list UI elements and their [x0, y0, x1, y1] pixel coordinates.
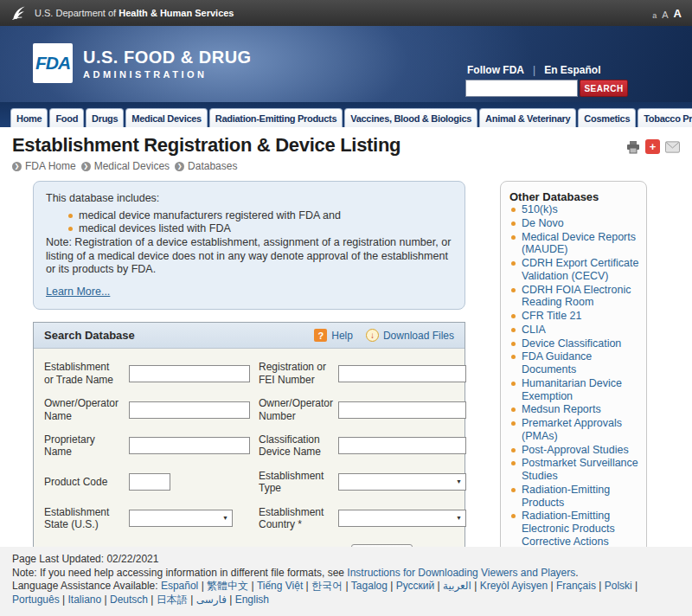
sidebar-item-cecv[interactable]: CDRH Export Certificate Validation (CECV… [509, 257, 639, 283]
chevron-circle-icon [175, 162, 184, 171]
language-link-chinese[interactable]: 繁體中文 [198, 580, 248, 592]
language-link-italian[interactable]: Italiano [60, 594, 102, 606]
establishment-state-select[interactable] [129, 510, 233, 527]
language-link-korean[interactable]: 한국어 [303, 580, 343, 592]
breadcrumb-fda-home[interactable]: FDA Home [12, 160, 76, 172]
fda-logo[interactable]: FDA U.S. FOOD & DRUG ADMINISTRATION [33, 43, 252, 83]
classification-device-name-input[interactable] [338, 437, 466, 454]
sidebar-item-radiation-emitting-products[interactable]: Radiation-Emitting Products [509, 484, 639, 510]
site-search-input[interactable] [465, 80, 578, 97]
owner-operator-name-input[interactable] [129, 401, 250, 419]
language-link-polish[interactable]: Polski [596, 580, 632, 592]
database-info-box: This database includes: medical device m… [33, 181, 465, 310]
sidebar-item-post-approval-studies[interactable]: Post-Approval Studies [509, 444, 639, 457]
download-icon[interactable] [366, 329, 379, 342]
nav-tab-home[interactable]: Home [10, 108, 48, 127]
fda-brand-text: U.S. FOOD & DRUG ADMINISTRATION [83, 48, 252, 80]
info-bullet-item: medical device manufacturers registered … [68, 209, 452, 223]
language-assistance: Language Assistance Available: Español繁體… [12, 580, 680, 607]
sidebar-item-pmas[interactable]: Premarket Approvals (PMAs) [509, 417, 639, 443]
learn-more-link[interactable]: Learn More... [46, 286, 110, 299]
language-link-tagalog[interactable]: Tagalog [343, 580, 388, 592]
nav-tab-animal-veterinary[interactable]: Animal & Veterinary [479, 108, 576, 127]
sidebar-item-guidance-documents[interactable]: FDA Guidance Documents [509, 350, 639, 376]
help-icon[interactable] [314, 329, 327, 342]
language-link-russian[interactable]: Русский [388, 580, 434, 592]
product-code-label: Product Code [44, 476, 120, 488]
site-search-button[interactable]: SEARCH [580, 80, 628, 97]
share-icon[interactable]: + [645, 139, 660, 154]
info-bullet-list: medical device manufacturers registered … [68, 209, 452, 236]
link-separator: | [533, 64, 535, 76]
language-link-english[interactable]: English [227, 594, 269, 606]
language-link-espanol[interactable]: Español [161, 580, 198, 592]
en-espanol-link[interactable]: En Español [544, 64, 600, 76]
establishment-state-label: Establishment State (U.S.) [44, 506, 120, 531]
proprietary-name-input[interactable] [129, 437, 250, 454]
other-databases-list: 510(k)s De Novo Medical Device Reports (… [509, 203, 639, 547]
other-databases-title: Other Databases [509, 190, 639, 203]
language-link-kreyol[interactable]: Kreyòl Ayisyen [471, 580, 548, 592]
hhs-department-label: U.S. Department of Health & Human Servic… [35, 8, 234, 18]
main-content: Establishment Registration & Device List… [0, 127, 692, 547]
nav-tab-radiation-emitting-products[interactable]: Radiation-Emitting Products [209, 108, 343, 127]
language-link-japanese[interactable]: 日本語 [148, 594, 188, 606]
font-size-small-button[interactable]: a [652, 11, 657, 20]
sidebar-item-maude[interactable]: Medical Device Reports (MAUDE) [509, 231, 639, 257]
font-size-large-button[interactable]: A [674, 7, 682, 20]
nav-tab-vaccines-blood-biologics[interactable]: Vaccines, Blood & Biologics [344, 108, 477, 127]
nav-tab-tobacco-products[interactable]: Tobacco Products [638, 108, 692, 127]
product-code-input[interactable] [129, 473, 170, 491]
language-link-farsi[interactable]: فارسی [188, 594, 227, 606]
page-action-icons: + [625, 134, 680, 154]
font-size-controls: a A A [652, 7, 682, 20]
owner-operator-number-input[interactable] [338, 401, 466, 419]
language-link-arabic[interactable]: العربية [434, 580, 471, 592]
sidebar-item-clia[interactable]: CLIA [509, 324, 639, 337]
registration-number-input[interactable] [338, 365, 466, 382]
sidebar-item-510ks[interactable]: 510(k)s [509, 203, 639, 216]
sidebar-item-postmarket-surveillance[interactable]: Postmarket Surveillance Studies [509, 457, 639, 483]
owner-operator-number-label: Owner/Operator Number [259, 397, 330, 422]
footer-note: Note: If you need help accessing informa… [12, 567, 680, 581]
establishment-type-label: Establishment Type [259, 470, 330, 495]
downloading-viewers-link[interactable]: Instructions for Downloading Viewers and… [347, 567, 575, 579]
language-link-vietnamese[interactable]: Tiếng Việt [248, 580, 303, 592]
breadcrumb: FDA Home Medical Devices Databases [12, 160, 680, 172]
help-link[interactable]: Help [331, 330, 353, 342]
proprietary-name-label: Proprietary Name [44, 433, 120, 459]
establishment-name-input[interactable] [129, 365, 250, 382]
nav-tab-medical-devices[interactable]: Medical Devices [125, 108, 208, 127]
establishment-country-select[interactable] [338, 510, 466, 527]
download-files-link[interactable]: Download Files [383, 330, 454, 342]
search-database-panel: Search Database Help Download Files Esta… [33, 322, 465, 546]
chevron-circle-icon [81, 162, 91, 171]
breadcrumb-medical-devices[interactable]: Medical Devices [81, 160, 170, 172]
print-icon[interactable] [625, 139, 640, 154]
nav-tab-drugs[interactable]: Drugs [86, 108, 124, 127]
hhs-eagle-icon [10, 4, 28, 22]
sidebar-item-medsun-reports[interactable]: Medsun Reports [509, 403, 639, 416]
establishment-type-select[interactable] [338, 473, 466, 491]
nav-tab-cosmetics[interactable]: Cosmetics [578, 108, 636, 127]
search-submit-button[interactable]: Search [351, 544, 413, 546]
sidebar-item-de-novo[interactable]: De Novo [509, 217, 639, 230]
language-link-german[interactable]: Deutsch [101, 594, 148, 606]
sidebar-item-device-classification[interactable]: Device Classification [509, 337, 639, 350]
email-icon[interactable] [665, 139, 680, 154]
establishment-country-label: Establishment Country * [259, 506, 330, 531]
sidebar-item-radiation-corrective-actions[interactable]: Radiation-Emitting Electronic Products C… [509, 510, 639, 546]
owner-operator-name-label: Owner/Operator Name [44, 397, 120, 422]
language-link-french[interactable]: Français [548, 580, 596, 592]
nav-tab-food[interactable]: Food [49, 108, 84, 127]
sidebar-item-foia-reading-room[interactable]: CDRH FOIA Electronic Reading Room [509, 284, 639, 310]
fda-logo-acronym: FDA [33, 43, 73, 83]
sidebar-item-humanitarian-device-exemption[interactable]: Humanitarian Device Exemption [509, 377, 639, 403]
other-databases-panel: Other Databases 510(k)s De Novo Medical … [500, 181, 647, 547]
content-column: This database includes: medical device m… [33, 181, 465, 547]
sidebar-column: Other Databases 510(k)s De Novo Medical … [500, 181, 647, 547]
follow-fda-link[interactable]: Follow FDA [467, 64, 524, 76]
font-size-medium-button[interactable]: A [662, 10, 668, 20]
sidebar-item-cfr-title-21[interactable]: CFR Title 21 [509, 310, 639, 323]
breadcrumb-databases[interactable]: Databases [175, 160, 237, 172]
